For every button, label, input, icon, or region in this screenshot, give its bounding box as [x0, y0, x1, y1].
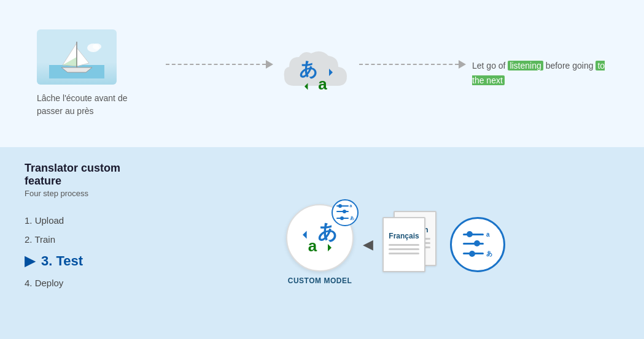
tuning-circle: a あ — [450, 217, 505, 272]
step-train: 2. Train — [25, 234, 147, 245]
slider-dot-3 — [469, 251, 475, 257]
step-arrow-icon: ▶ — [25, 253, 35, 269]
source-panel: Lâche l'écoute avant de passer au près — [37, 29, 160, 118]
step-1-label: 1. Upload — [25, 215, 64, 226]
slider-dot-2 — [474, 240, 480, 246]
source-text: Lâche l'écoute avant de passer au près — [37, 92, 147, 118]
small-char-hiragana: あ — [350, 215, 354, 221]
translator-icon-bottom: a — [305, 76, 327, 92]
small-slider-line-1 — [336, 205, 349, 207]
slider-char-hiragana: あ — [486, 249, 492, 258]
slider-line-1 — [463, 234, 484, 235]
arrow-head-2 — [459, 60, 466, 69]
svg-marker-6 — [305, 83, 316, 90]
custom-model-container: a あ — [286, 204, 354, 285]
custom-model-circle: a あ — [286, 204, 354, 272]
doc-lines-front — [389, 244, 419, 257]
dotted-line-2 — [359, 64, 459, 65]
slider-line-2 — [463, 243, 484, 245]
settings-badge: a あ — [332, 199, 359, 226]
highlight-listening: listening — [508, 61, 543, 70]
bottom-section: Translator custom feature Four step proc… — [0, 147, 644, 339]
step-4-label: 4. Deploy — [25, 278, 63, 288]
small-char-a: a — [350, 204, 352, 208]
small-slider-line-2 — [336, 211, 349, 212]
target-text: Let go of listening before going to the … — [472, 59, 607, 88]
bottom-left-panel: Translator custom feature Four step proc… — [25, 162, 147, 327]
arrow-head-1 — [266, 60, 273, 69]
small-slider-line-3 — [336, 218, 349, 219]
svg-marker-7 — [303, 230, 316, 238]
step-deploy: 4. Deploy — [25, 278, 147, 288]
step-2-label: 2. Train — [25, 234, 55, 245]
slider-row-3: あ — [463, 249, 492, 258]
doc-line-f2 — [389, 248, 419, 250]
cloud-translator: あ a — [279, 40, 353, 107]
svg-point-4 — [93, 44, 101, 50]
arrow-2 — [353, 60, 473, 69]
small-slider-dot-3 — [340, 216, 344, 220]
small-sliders-icon: a あ — [336, 204, 354, 221]
doc-label-french: Français — [389, 232, 419, 240]
doc-line-f3 — [389, 253, 419, 254]
slider-char-a-small: a — [486, 231, 490, 238]
slider-row-2 — [463, 243, 492, 245]
slider-line-3 — [463, 253, 484, 254]
sailboat-image — [37, 29, 117, 85]
section-title: Translator custom feature — [25, 162, 147, 188]
top-section: Lâche l'écoute avant de passer au près あ… — [0, 0, 644, 147]
sliders-icon: a あ — [460, 229, 495, 261]
svg-marker-8 — [319, 244, 332, 251]
slider-row-1: a — [463, 231, 492, 238]
bottom-right-panel: a あ — [172, 162, 619, 327]
custom-model-label: CUSTOM MODEL — [288, 276, 352, 285]
small-slider-row-3: あ — [336, 215, 354, 221]
small-slider-dot-1 — [338, 204, 342, 208]
small-slider-row-2 — [336, 211, 354, 212]
dotted-line-1 — [166, 64, 266, 65]
slider-dot-1 — [467, 231, 473, 237]
target-panel: Let go of listening before going to the … — [472, 59, 607, 88]
document-stack: English Français — [382, 211, 438, 278]
arrow-1 — [160, 60, 279, 69]
small-slider-row-1: a — [336, 204, 354, 208]
section-subtitle: Four step process — [25, 189, 147, 198]
left-arrow-indicator: ◀ — [363, 237, 373, 253]
step-test: ▶ 3. Test — [25, 253, 147, 269]
char-a-green: a — [318, 76, 327, 92]
doc-front: Français — [382, 217, 425, 272]
doc-line-f1 — [389, 244, 419, 246]
step-3-label: 3. Test — [41, 253, 83, 269]
small-slider-dot-2 — [343, 210, 346, 213]
step-upload: 1. Upload — [25, 215, 147, 226]
steps-list: 1. Upload 2. Train ▶ 3. Test 4. Deploy — [25, 215, 147, 288]
